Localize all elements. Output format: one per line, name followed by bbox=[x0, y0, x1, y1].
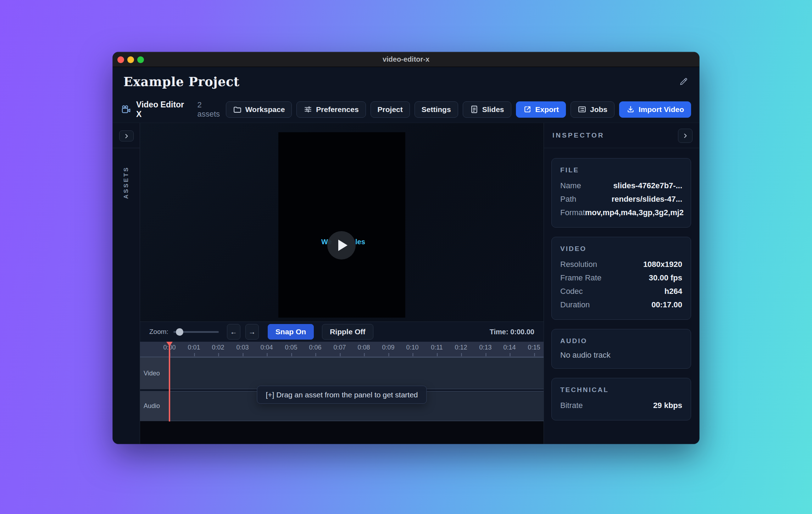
main-content: ASSETS We les Zoom: bbox=[113, 123, 699, 444]
edit-project-title-button[interactable] bbox=[679, 76, 690, 87]
video-track-row: Video bbox=[140, 357, 544, 389]
property-label: Path bbox=[560, 192, 576, 206]
ruler-tick-label: 0:13 bbox=[479, 344, 491, 351]
property-row: Bitrate 29 kbps bbox=[560, 399, 682, 412]
asset-count: 2 assets bbox=[197, 100, 226, 119]
play-button[interactable] bbox=[327, 231, 356, 259]
ruler-tick-label: 0:15 bbox=[528, 344, 540, 351]
section-title: VIDEO bbox=[560, 245, 682, 253]
audio-section-card: AUDIO No audio track bbox=[551, 329, 691, 369]
property-row: Format mov,mp4,m4a,3gp,3g2,mj2 bbox=[560, 206, 682, 219]
settings-button[interactable]: Settings bbox=[415, 101, 458, 118]
snap-toggle-button[interactable]: Snap On bbox=[268, 324, 314, 340]
property-label: Format bbox=[560, 206, 585, 219]
property-row: Path renders/slides-47... bbox=[560, 192, 682, 206]
audio-note: No audio track bbox=[560, 350, 682, 361]
document-icon bbox=[470, 105, 479, 114]
property-label: Duration bbox=[560, 298, 590, 312]
property-row: Frame Rate 30.00 fps bbox=[560, 271, 682, 285]
chevron-right-icon bbox=[123, 133, 130, 140]
project-label: Project bbox=[378, 105, 403, 114]
timeline-ruler[interactable]: 0:00 0:01 0:02 0:03 0:04 0:05 0:06 0:07 … bbox=[140, 342, 544, 357]
center-column: We les Zoom: ← → Snap On bbox=[140, 123, 544, 444]
inspector-title: INSPECTOR bbox=[552, 132, 605, 139]
folder-icon bbox=[233, 105, 242, 114]
technical-section-card: TECHNICAL Bitrate 29 kbps bbox=[551, 378, 691, 420]
assets-expand-button[interactable] bbox=[119, 130, 134, 141]
inspector-panel: INSPECTOR FILE Name slides-4762e7b7-... … bbox=[544, 123, 699, 444]
timecode-display: Time: 0:00.00 bbox=[490, 328, 534, 336]
video-camera-icon bbox=[121, 104, 131, 115]
timeline-empty-area bbox=[140, 421, 544, 444]
preview-area: We les bbox=[140, 123, 544, 322]
zoom-label: Zoom: bbox=[149, 328, 168, 336]
video-section-card: VIDEO Resolution 1080x1920 Frame Rate 30… bbox=[551, 237, 691, 320]
step-forward-button[interactable]: → bbox=[245, 324, 259, 340]
slides-button[interactable]: Slides bbox=[463, 101, 511, 118]
inspector-collapse-button[interactable] bbox=[678, 129, 693, 143]
export-label: Export bbox=[535, 105, 559, 114]
property-row: Duration 00:17.00 bbox=[560, 298, 682, 312]
project-button[interactable]: Project bbox=[371, 101, 410, 118]
minimize-window-button[interactable] bbox=[127, 56, 134, 63]
import-video-label: Import Video bbox=[639, 105, 684, 114]
file-section-card: FILE Name slides-4762e7b7-... Path rende… bbox=[551, 158, 691, 228]
jobs-button[interactable]: Jobs bbox=[571, 101, 614, 118]
property-value: 29 kbps bbox=[653, 399, 682, 412]
ruler-tick-label: 0:03 bbox=[236, 344, 249, 351]
import-video-button[interactable]: Import Video bbox=[619, 101, 691, 118]
download-icon bbox=[626, 105, 635, 114]
app-window: video-editor-x Example Project Video Edi… bbox=[113, 52, 699, 444]
property-label: Resolution bbox=[560, 258, 597, 271]
property-label: Frame Rate bbox=[560, 271, 601, 285]
property-value: renders/slides-47... bbox=[612, 192, 682, 206]
close-window-button[interactable] bbox=[117, 56, 124, 63]
ruler-tick-label: 0:06 bbox=[309, 344, 321, 351]
playhead[interactable] bbox=[169, 342, 170, 421]
play-icon bbox=[338, 240, 347, 251]
ruler-tick-label: 0:11 bbox=[431, 344, 443, 351]
export-button[interactable]: Export bbox=[516, 101, 566, 118]
property-value: 00:17.00 bbox=[651, 298, 682, 312]
titlebar: video-editor-x bbox=[113, 52, 699, 67]
property-row: Resolution 1080x1920 bbox=[560, 258, 682, 271]
section-title: FILE bbox=[560, 166, 682, 174]
toolbar: Video Editor X 2 assets Workspace Prefer… bbox=[113, 96, 699, 123]
step-back-button[interactable]: ← bbox=[227, 324, 240, 340]
property-value: mov,mp4,m4a,3gp,3g2,mj2 bbox=[585, 206, 684, 219]
video-track-label: Video bbox=[140, 357, 169, 389]
pencil-icon bbox=[679, 77, 690, 86]
property-value: h264 bbox=[664, 285, 682, 298]
zoom-window-button[interactable] bbox=[137, 56, 144, 63]
timeline-controls: Zoom: ← → Snap On Ripple Off Time: 0:00.… bbox=[140, 322, 544, 342]
zoom-slider[interactable] bbox=[173, 328, 219, 336]
page-title: Example Project bbox=[123, 74, 240, 89]
video-overlay-text-right: les bbox=[355, 238, 365, 246]
video-track-lane[interactable] bbox=[169, 357, 544, 389]
app-name: Video Editor X bbox=[136, 100, 190, 119]
property-value: 1080x1920 bbox=[643, 258, 682, 271]
preferences-button[interactable]: Preferences bbox=[296, 101, 366, 118]
external-link-icon bbox=[523, 105, 532, 114]
ruler-tick-label: 0:05 bbox=[285, 344, 297, 351]
toolbar-buttons: Workspace Preferences Project Settings S… bbox=[226, 101, 691, 118]
workspace-button[interactable]: Workspace bbox=[226, 101, 292, 118]
window-title: video-editor-x bbox=[383, 55, 429, 63]
traffic-lights bbox=[117, 56, 144, 63]
jobs-label: Jobs bbox=[590, 105, 607, 114]
section-title: AUDIO bbox=[560, 337, 682, 345]
ripple-toggle-button[interactable]: Ripple Off bbox=[322, 324, 373, 340]
settings-label: Settings bbox=[422, 105, 451, 114]
inspector-header: INSPECTOR bbox=[544, 123, 699, 148]
ruler-tick-label: 0:04 bbox=[260, 344, 273, 351]
drop-hint-tooltip: [+] Drag an asset from the panel to get … bbox=[257, 386, 427, 404]
playhead-handle[interactable] bbox=[166, 342, 173, 346]
zoom-slider-thumb[interactable] bbox=[176, 328, 183, 336]
section-title: TECHNICAL bbox=[560, 386, 682, 394]
property-label: Name bbox=[560, 179, 581, 192]
property-value: 30.00 fps bbox=[649, 271, 682, 285]
audio-track-label: Audio bbox=[140, 391, 169, 421]
ruler-tick-label: 0:14 bbox=[503, 344, 516, 351]
ruler-tick-label: 0:08 bbox=[357, 344, 370, 351]
assets-panel-label: ASSETS bbox=[123, 166, 130, 199]
